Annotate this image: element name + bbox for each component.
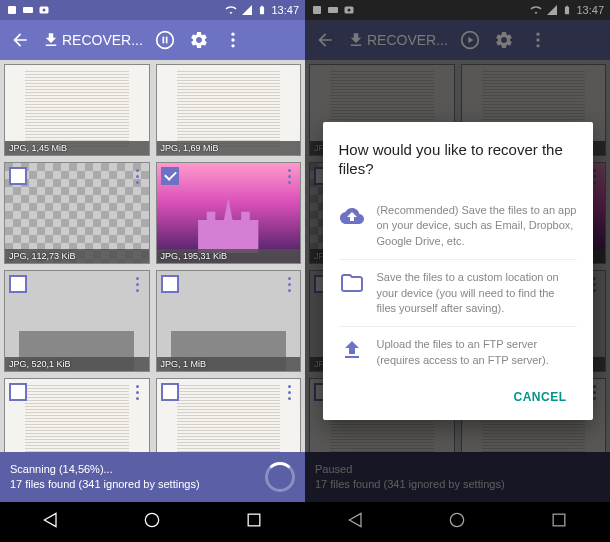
file-caption: JPG, 1,45 MiB — [5, 141, 149, 155]
svg-point-4 — [157, 32, 174, 49]
dialog-option[interactable]: Upload the files to an FTP server (requi… — [339, 327, 577, 378]
notif-icon — [38, 4, 50, 16]
select-checkbox[interactable] — [9, 167, 27, 185]
svg-rect-6 — [166, 37, 168, 44]
wifi-icon — [225, 4, 237, 16]
cloud-upload-icon — [339, 203, 365, 229]
recover-dialog: How would you like to recover the files?… — [323, 122, 593, 420]
scan-status-line2: 17 files found (341 ignored by settings) — [10, 477, 265, 492]
file-caption: JPG, 520,1 KiB — [5, 357, 149, 371]
file-card[interactable]: JPG, 195,31 KiB — [156, 162, 302, 264]
settings-button[interactable] — [187, 28, 211, 52]
card-more-button[interactable] — [131, 167, 145, 185]
signal-icon — [241, 4, 253, 16]
notif-icon — [22, 4, 34, 16]
more-button[interactable] — [221, 28, 245, 52]
dialog-overlay[interactable]: How would you like to recover the files?… — [305, 0, 610, 542]
app-bar: RECOVER... — [0, 20, 305, 60]
card-more-button[interactable] — [131, 275, 145, 293]
svg-rect-11 — [248, 514, 260, 526]
file-card[interactable]: JPG, 1 MiB — [156, 270, 302, 372]
dialog-option[interactable]: Save the files to a custom location on y… — [339, 260, 577, 327]
cancel-button[interactable]: CANCEL — [504, 382, 577, 412]
card-more-button[interactable] — [282, 167, 296, 185]
select-checkbox[interactable] — [9, 383, 27, 401]
phone-left: 13:47 RECOVER... JPG, 1,45 MiBJPG, 1,69 … — [0, 0, 305, 542]
app-title: RECOVER... — [62, 32, 143, 48]
svg-rect-0 — [8, 6, 16, 14]
file-caption: JPG, 1,69 MiB — [157, 141, 301, 155]
file-caption: JPG, 112,73 KiB — [5, 249, 149, 263]
file-card[interactable]: JPG, 1,69 MiB — [156, 64, 302, 156]
svg-rect-5 — [162, 37, 164, 44]
svg-point-3 — [43, 9, 46, 12]
file-card[interactable]: JPG, 1,36 MiB — [4, 378, 150, 452]
select-checkbox[interactable] — [161, 167, 179, 185]
svg-rect-1 — [23, 7, 33, 13]
spinner-icon — [265, 462, 295, 492]
file-grid: JPG, 1,45 MiBJPG, 1,69 MiBJPG, 112,73 Ki… — [0, 60, 305, 452]
battery-icon — [257, 4, 267, 16]
file-card[interactable]: JPG, 1,45 MiB — [4, 64, 150, 156]
phone-right: 13:47 RECOVER... JPG, 1,45 MiBJPG, 1,69 … — [305, 0, 610, 542]
card-more-button[interactable] — [282, 383, 296, 401]
upload-icon — [339, 337, 365, 363]
file-card[interactable]: JPG, 112,73 KiB — [4, 162, 150, 264]
svg-point-8 — [231, 38, 234, 41]
notif-icon — [6, 4, 18, 16]
svg-point-10 — [146, 513, 159, 526]
card-more-button[interactable] — [131, 383, 145, 401]
back-button[interactable] — [8, 28, 32, 52]
nav-home[interactable] — [142, 510, 162, 534]
status-bar: 13:47 — [0, 0, 305, 20]
status-time: 13:47 — [271, 4, 299, 16]
file-card[interactable]: JPG, 1,36 MiB — [156, 378, 302, 452]
svg-point-9 — [231, 44, 234, 47]
select-checkbox[interactable] — [161, 383, 179, 401]
file-caption: JPG, 1 MiB — [157, 357, 301, 371]
dialog-title: How would you like to recover the files? — [339, 140, 577, 179]
dialog-option-text: Upload the files to an FTP server (requi… — [377, 337, 577, 368]
select-checkbox[interactable] — [9, 275, 27, 293]
file-caption: JPG, 195,31 KiB — [157, 249, 301, 263]
recover-action[interactable]: RECOVER... — [42, 31, 143, 49]
nav-recent[interactable] — [244, 510, 264, 534]
file-card[interactable]: JPG, 520,1 KiB — [4, 270, 150, 372]
nav-bar — [0, 502, 305, 542]
svg-point-7 — [231, 33, 234, 36]
select-checkbox[interactable] — [161, 275, 179, 293]
scan-status-bar: Scanning (14,56%)... 17 files found (341… — [0, 452, 305, 502]
dialog-option[interactable]: (Recommended) Save the files to an app o… — [339, 193, 577, 260]
dialog-option-text: Save the files to a custom location on y… — [377, 270, 577, 316]
nav-back[interactable] — [41, 510, 61, 534]
pause-button[interactable] — [153, 28, 177, 52]
folder-icon — [339, 270, 365, 296]
scan-status-line1: Scanning (14,56%)... — [10, 462, 265, 477]
dialog-option-text: (Recommended) Save the files to an app o… — [377, 203, 577, 249]
card-more-button[interactable] — [282, 275, 296, 293]
